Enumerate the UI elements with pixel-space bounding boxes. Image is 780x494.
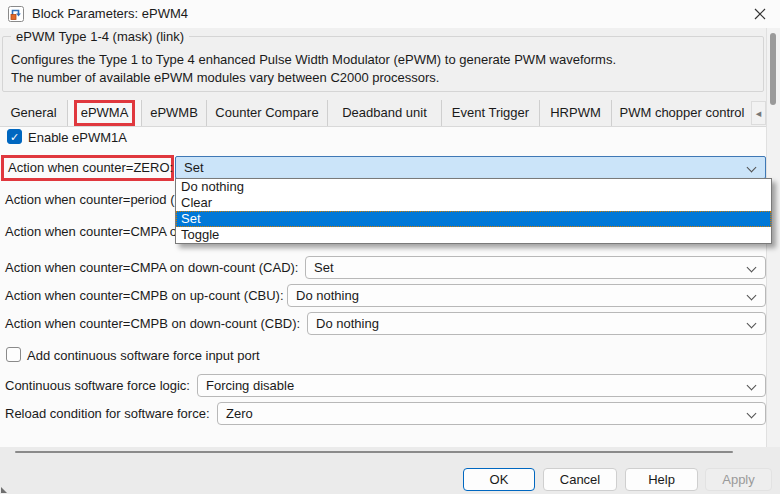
- cancel-button[interactable]: Cancel: [543, 468, 617, 491]
- ok-button[interactable]: OK: [463, 468, 535, 491]
- reload-condition-value: Zero: [226, 406, 253, 421]
- tab-event-trigger[interactable]: Event Trigger: [442, 100, 540, 126]
- cbu-action-label: Action when counter=CMPB on up-count (CB…: [5, 288, 284, 304]
- tab-label: HRPWM: [550, 105, 601, 120]
- tab-label: Deadband unit: [342, 105, 427, 120]
- simulink-block-icon: [8, 6, 24, 22]
- tab-general[interactable]: General: [0, 100, 68, 126]
- cbu-action-combobox[interactable]: Do nothing: [287, 284, 766, 307]
- title-bar: Block Parameters: ePWM4: [0, 0, 780, 28]
- block-parameters-dialog: Block Parameters: ePWM4 ePWM Type 1-4 (m…: [0, 0, 780, 494]
- annotation-box-epwma: [74, 100, 135, 126]
- force-logic-combobox[interactable]: Forcing disable: [197, 374, 766, 397]
- add-software-force-checkbox[interactable]: [6, 347, 21, 362]
- mask-description-line2: The number of available ePWM modules var…: [11, 70, 440, 85]
- dropdown-option-clear[interactable]: Clear: [176, 195, 771, 211]
- tab-deadband-unit[interactable]: Deadband unit: [328, 100, 442, 126]
- tab-scroll-left-glyph: ◂: [756, 107, 762, 120]
- enable-epwm1a-checkbox[interactable]: ✓: [7, 129, 22, 144]
- cbd-action-combobox[interactable]: Do nothing: [307, 312, 766, 335]
- tab-label: Counter Compare: [215, 105, 318, 120]
- footer-separator: [15, 451, 733, 453]
- chevron-down-icon: [747, 163, 757, 173]
- cbu-action-value: Do nothing: [296, 288, 359, 303]
- force-logic-label: Continuous software force logic:: [5, 378, 190, 394]
- reload-condition-combobox[interactable]: Zero: [217, 402, 766, 425]
- annotation-box-zero-label: Action when counter=ZERO:: [1, 155, 174, 181]
- dropdown-option-do-nothing[interactable]: Do nothing: [176, 179, 771, 195]
- resize-grip: [1, 487, 7, 493]
- cad-action-combobox[interactable]: Set: [305, 256, 766, 279]
- enable-epwm1a-label: Enable ePWM1A: [28, 130, 127, 146]
- chevron-down-icon: [747, 409, 757, 419]
- apply-button: Apply: [705, 468, 772, 491]
- close-icon[interactable]: [746, 3, 774, 25]
- zero-action-value: Set: [184, 160, 204, 175]
- help-button[interactable]: Help: [625, 468, 698, 491]
- mask-description-line1: Configures the Type 1 to Type 4 enhanced…: [11, 52, 616, 67]
- tab-label: Event Trigger: [452, 105, 529, 120]
- cad-action-label: Action when counter=CMPA on down-count (…: [5, 260, 298, 276]
- cbd-action-label: Action when counter=CMPB on down-count (…: [5, 316, 300, 332]
- period-action-label: Action when counter=period (: [5, 192, 174, 208]
- zero-action-label: Action when counter=ZERO:: [8, 160, 173, 176]
- dropdown-option-set[interactable]: Set: [176, 211, 771, 227]
- tab-scroll-left-icon[interactable]: ◂: [751, 101, 766, 125]
- check-icon: ✓: [10, 131, 19, 143]
- cau-action-label: Action when counter=CMPA o: [5, 224, 177, 240]
- tab-label: General: [10, 105, 56, 120]
- tab-bar: General ePWMA ePWMB Counter Compare Dead…: [0, 100, 766, 127]
- cad-action-value: Set: [314, 260, 334, 275]
- chevron-down-icon: [747, 291, 757, 301]
- mask-group-title: ePWM Type 1-4 (mask) (link): [11, 29, 189, 44]
- tab-pwm-chopper-control[interactable]: PWM chopper control: [612, 100, 752, 126]
- window-title: Block Parameters: ePWM4: [32, 0, 188, 28]
- dropdown-option-toggle[interactable]: Toggle: [176, 227, 771, 243]
- mask-group: ePWM Type 1-4 (mask) (link) Configures t…: [2, 36, 764, 92]
- tab-counter-compare[interactable]: Counter Compare: [207, 100, 328, 126]
- tab-label: ePWMB: [150, 105, 198, 120]
- cbd-action-value: Do nothing: [316, 316, 379, 331]
- tab-hrpwm[interactable]: HRPWM: [540, 100, 612, 126]
- tab-epwma[interactable]: ePWMA: [68, 100, 142, 126]
- chevron-down-icon: [747, 319, 757, 329]
- zero-action-combobox[interactable]: Set: [175, 156, 766, 179]
- chevron-down-icon: [747, 263, 757, 273]
- reload-condition-label: Reload condition for software force:: [5, 406, 210, 422]
- zero-action-dropdown-list: Do nothing Clear Set Toggle: [175, 178, 772, 244]
- chevron-down-icon: [747, 381, 757, 391]
- add-software-force-label: Add continuous software force input port: [27, 348, 260, 364]
- tab-epwmb[interactable]: ePWMB: [142, 100, 207, 126]
- vertical-scrollbar-thumb[interactable]: [770, 33, 776, 105]
- force-logic-value: Forcing disable: [206, 378, 294, 393]
- tab-label: PWM chopper control: [620, 105, 745, 120]
